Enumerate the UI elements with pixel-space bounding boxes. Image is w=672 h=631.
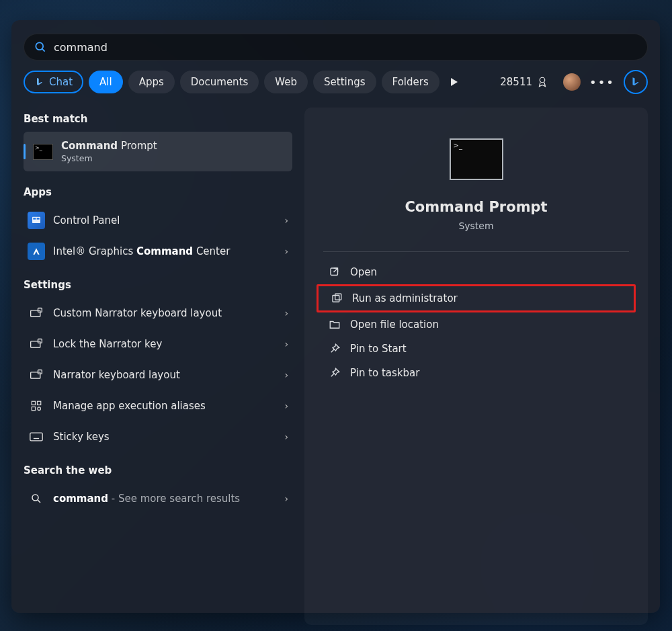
item-label: Narrator keyboard layout [53,369,276,381]
filter-chat[interactable]: Chat [24,71,83,93]
filter-more-arrow[interactable] [445,71,464,93]
svg-line-25 [334,268,338,272]
svg-rect-27 [335,294,341,300]
setting-lock-narrator[interactable]: Lock the Narrator key › [24,329,292,360]
chevron-right-icon: › [284,401,288,411]
chevron-right-icon: › [284,370,288,380]
action-pin-start[interactable]: Pin to Start [317,337,636,361]
chevron-right-icon: › [284,493,288,504]
section-settings: Settings [24,279,292,291]
chevron-right-icon: › [284,215,288,226]
preview-title: Command Prompt [317,199,636,215]
action-run-admin[interactable]: Run as administrator [319,286,634,310]
setting-narrator-custom-layout[interactable]: Custom Narrator keyboard layout › [24,298,292,329]
svg-rect-8 [31,341,40,347]
svg-point-0 [36,42,43,50]
svg-rect-26 [333,296,339,302]
svg-point-22 [32,495,38,501]
section-best-match: Best match [24,113,292,125]
shield-admin-icon [331,292,343,304]
bing-chat-button[interactable] [624,70,648,94]
divider [323,251,629,252]
svg-rect-5 [37,218,40,220]
svg-rect-4 [33,218,36,220]
filter-folders[interactable]: Folders [382,71,439,93]
control-panel-icon [28,212,45,229]
best-match-title: Command Prompt [61,140,157,152]
command-prompt-icon [33,144,53,160]
start-search-panel: Chat All Apps Documents Web Settings Fol… [11,20,660,613]
search-input[interactable] [54,41,638,54]
chevron-right-icon: › [284,431,288,442]
intel-icon [28,243,45,260]
svg-rect-14 [32,407,35,411]
web-search-command[interactable]: command - See more search results › [24,483,292,514]
preview-app-icon [450,138,503,180]
svg-rect-13 [38,401,41,405]
item-label: Lock the Narrator key [53,338,276,350]
search-icon [28,490,45,507]
rewards-points[interactable]: 28511 [500,76,548,88]
search-icon [34,40,47,54]
bing-icon [34,77,45,87]
setting-narrator-layout[interactable]: Narrator keyboard layout › [24,360,292,390]
filter-documents[interactable]: Documents [180,71,259,93]
svg-rect-10 [31,372,40,378]
item-label: command - See more search results [53,493,276,505]
user-avatar[interactable] [563,73,581,91]
apps-grid-icon [28,397,45,415]
svg-line-23 [38,500,40,503]
keyboard-icon [28,335,45,353]
open-icon [329,266,341,278]
svg-rect-6 [31,310,40,317]
preview-pane: Command Prompt System Open Run as admini… [304,108,648,625]
folder-icon [329,319,341,331]
keyboard-icon [28,428,45,446]
rewards-icon [536,76,548,88]
best-match-subtitle: System [61,153,157,163]
svg-rect-16 [30,433,42,441]
item-label: Custom Narrator keyboard layout [53,307,276,319]
item-label: Sticky keys [53,431,276,443]
item-label: Manage app execution aliases [53,400,276,412]
chevron-right-icon: › [284,246,288,257]
filter-settings[interactable]: Settings [313,71,376,93]
more-menu[interactable]: ••• [590,71,614,93]
item-label: Control Panel [53,214,276,226]
best-match-item[interactable]: Command Prompt System [24,132,292,171]
pin-icon [329,367,341,379]
setting-sticky-keys[interactable]: Sticky keys › [24,421,292,452]
keyboard-icon [28,366,45,384]
svg-line-1 [42,49,45,52]
filter-apps[interactable]: Apps [128,71,175,93]
keyboard-icon [28,304,45,322]
pin-icon [329,343,341,355]
app-intel-graphics[interactable]: Intel® Graphics Command Center › [24,236,292,267]
setting-app-aliases[interactable]: Manage app execution aliases › [24,390,292,421]
highlighted-action: Run as administrator [317,284,636,312]
section-search-web: Search the web [24,464,292,476]
action-pin-taskbar[interactable]: Pin to taskbar [317,361,636,385]
item-label: Intel® Graphics Command Center [53,245,276,257]
triangle-right-icon [451,78,458,86]
svg-point-2 [540,77,545,83]
bing-chat-icon [630,76,642,88]
search-bar[interactable] [24,34,648,60]
section-apps: Apps [24,186,292,198]
preview-subtitle: System [317,220,636,231]
action-open[interactable]: Open [317,260,636,284]
filter-web[interactable]: Web [264,71,308,93]
filter-row: Chat All Apps Documents Web Settings Fol… [24,70,648,94]
svg-rect-12 [32,401,35,405]
action-open-location[interactable]: Open file location [317,312,636,337]
chevron-right-icon: › [284,308,288,319]
filter-all[interactable]: All [89,71,123,93]
chevron-right-icon: › [284,339,288,349]
svg-point-15 [38,407,41,411]
app-control-panel[interactable]: Control Panel › [24,205,292,236]
results-column: Best match Command Prompt System Apps Co… [24,108,292,625]
